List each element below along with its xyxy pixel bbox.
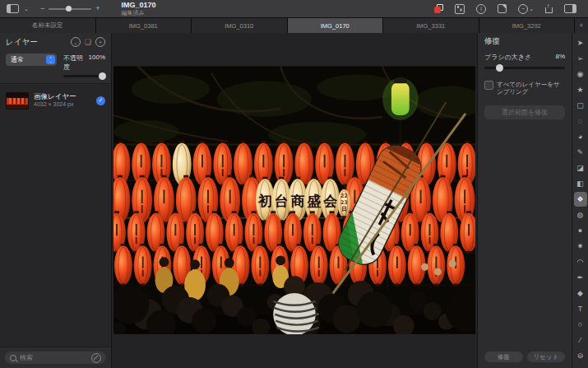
repair-apply-button[interactable]: 修復 [484,352,523,362]
layers-panel: レイヤー ⌄ ❏ + 通常 ⌃⌄ 不透明度 100% [0,33,112,368]
zoom-out-button[interactable]: − [40,5,44,12]
opacity-label: 不透明度 [63,54,89,72]
repair-selection-button[interactable]: 選択範囲を修復 [484,105,565,119]
layer-row[interactable]: 画像レイヤー 4032 × 3024 px ✓ [0,87,111,114]
svg-text:会: 会 [322,193,337,209]
document-title: IMG_0170 [121,2,155,10]
layers-list: 画像レイヤー 4032 × 3024 px ✓ [0,83,111,347]
sample-all-layers-label: すべてのレイヤーをサンプリング [497,81,565,95]
star-shape-tool-icon[interactable]: ★ [574,82,587,97]
swatches-icon[interactable] [434,4,443,13]
new-tab-button[interactable]: + [575,18,588,33]
blur-tool-icon[interactable]: ● [574,223,587,238]
search-icon [10,355,16,361]
tab-IMG_3331[interactable]: IMG_3331 [383,18,479,33]
brush-size-label: ブラシの大きさ [484,53,531,62]
fill-tool-icon[interactable]: ◧ [574,176,587,191]
svg-text:商: 商 [291,193,305,209]
layer-dimensions: 4032 × 3024 px [34,101,91,109]
sharpen-tool-icon[interactable]: ✷ [574,239,587,254]
document-title-block: IMG_0170 編集済み [121,2,155,16]
brush-size-slider-thumb[interactable] [496,64,503,72]
repair-panel: 修復 ブラシの大きさ 8% すべてのレイヤーをサンプリング 選択範囲を修復 修復… [477,33,572,368]
sample-all-layers-checkbox[interactable] [484,81,493,90]
move-tool-icon[interactable]: ➤ [574,35,587,50]
more-tools-icon[interactable]: ⊖ [574,348,587,363]
toggle-left-sidebar-icon[interactable] [7,4,19,13]
paint-tool-icon[interactable]: ✎ [574,145,587,160]
brush-size-value: 8% [555,53,565,62]
smudge-tool-icon[interactable]: ◠ [574,254,587,269]
quick-select-tool-icon[interactable]: ◉ [574,67,587,82]
tab-IMG_0381[interactable]: IMG_0381 [96,18,192,33]
lasso-tool-icon[interactable]: ◌ [574,114,587,128]
tab-bar: 名称未設定IMG_0381IMG_0310IMG_0170IMG_3331IMG… [0,18,588,33]
layers-stack-icon[interactable]: ❏ [85,39,91,46]
repair-panel-title: 修復 [478,33,572,49]
layer-search-box[interactable] [5,352,106,364]
reset-button[interactable]: リセット [527,352,566,362]
view-options-icon[interactable]: −⌄ [518,4,534,14]
annotate-tool-icon[interactable]: ∕ [574,333,587,347]
effects-icon[interactable] [455,4,465,14]
zoom-slider-thumb[interactable] [66,6,72,12]
tool-rail: ➤➢◉★▢◌◕✎◪◧❖◍●✷◠✒◆T○∕⊖ [572,33,588,368]
crop-icon[interactable] [498,4,507,13]
tab-IMG_0170[interactable]: IMG_0170 [288,18,383,33]
shape-tool-icon[interactable]: ◆ [574,286,587,300]
svg-text:初: 初 [257,193,272,209]
title-bar: ⌄ − + IMG_0170 編集済み i −⌄ [0,0,588,18]
select-arrow-tool-icon[interactable]: ➢ [574,51,587,66]
blend-mode-dropdown[interactable]: 通常 ⌃⌄ [6,54,57,66]
toggle-right-sidebar-icon[interactable] [564,4,576,13]
brush-size-slider[interactable] [484,67,565,69]
opacity-slider-thumb[interactable] [99,72,106,80]
layers-panel-title: レイヤー [6,37,38,48]
eraser-tool-icon[interactable]: ◪ [574,161,587,175]
svg-text:台: 台 [275,193,289,209]
search-input[interactable] [20,354,88,361]
tab-IMG_3292[interactable]: IMG_3292 [479,18,575,33]
repair-tool-icon[interactable]: ❖ [574,192,587,207]
svg-text:22: 22 [340,193,348,199]
filter-icon[interactable] [91,353,101,363]
opacity-slider[interactable] [63,75,105,77]
zoom-slider[interactable] [49,8,91,10]
document-status: 編集済み [121,10,155,16]
photo-canvas[interactable]: 初台商盛会2223日 [113,66,475,334]
layer-visibility-checkbox[interactable]: ✓ [96,96,105,105]
text-tool-icon[interactable]: T [574,301,587,316]
svg-text:盛: 盛 [306,193,321,209]
layer-name: 画像レイヤー [34,92,91,101]
zoom-tool-icon[interactable]: ○ [574,317,587,332]
tab-名称未設定[interactable]: 名称未設定 [0,18,95,33]
canvas-area[interactable]: 初台商盛会2223日 [112,33,477,368]
info-icon[interactable]: i [476,4,486,14]
layer-thumbnail[interactable] [6,92,29,109]
tab-IMG_0310[interactable]: IMG_0310 [192,18,287,33]
zoom-in-button[interactable]: + [95,5,100,12]
clone-tool-icon[interactable]: ◍ [574,207,587,222]
dropdown-chevrons-icon: ⌃⌄ [46,55,55,64]
app-window: ⌄ − + IMG_0170 編集済み i −⌄ 名称未設定IMG_0381IM… [0,0,588,368]
chevron-down-icon[interactable]: ⌄ [24,6,29,12]
share-icon[interactable] [545,5,553,13]
marquee-tool-icon[interactable]: ▢ [574,98,587,113]
pen-tool-icon[interactable]: ✒ [574,270,587,285]
svg-text:日: 日 [341,206,346,212]
blend-mode-value: 通常 [11,55,46,64]
chevron-circle-icon[interactable]: ⌄ [71,37,81,47]
plus-circle-icon[interactable]: + [95,37,105,47]
opacity-value: 100% [89,54,105,72]
selection-brush-tool-icon[interactable]: ◕ [574,129,587,144]
svg-text:23: 23 [340,199,348,206]
